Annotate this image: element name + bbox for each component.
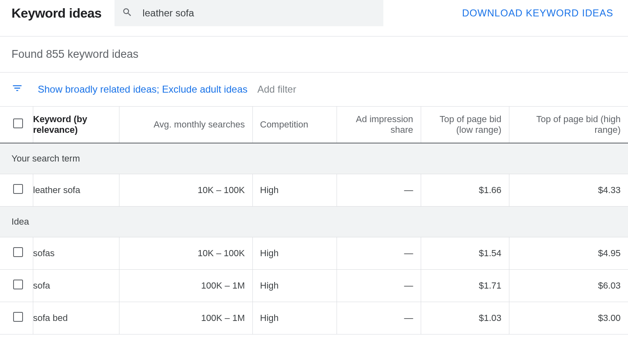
search-input[interactable]: [142, 7, 376, 19]
cell-competition: High: [252, 174, 337, 207]
cell-keyword: sofa: [33, 270, 119, 302]
column-header-bid-low[interactable]: Top of page bid (low range): [421, 107, 509, 143]
cell-impression-share: —: [337, 237, 421, 270]
search-box[interactable]: [115, 0, 383, 26]
column-header-avg-searches[interactable]: Avg. monthly searches: [119, 107, 252, 143]
add-filter-button[interactable]: Add filter: [257, 84, 296, 95]
cell-bid-high: $3.00: [509, 302, 628, 334]
table-row: sofas10K – 100KHigh—$1.54$4.95: [0, 237, 628, 270]
select-all-checkbox[interactable]: [13, 118, 23, 128]
cell-avg-searches: 10K – 100K: [119, 237, 252, 270]
table-row: leather sofa10K – 100KHigh—$1.66$4.33: [0, 174, 628, 207]
results-count: Found 855 keyword ideas: [0, 36, 628, 72]
search-icon: [122, 7, 133, 19]
cell-competition: High: [252, 302, 337, 334]
download-keyword-ideas-button[interactable]: DOWNLOAD KEYWORD IDEAS: [462, 7, 617, 19]
cell-bid-high: $4.33: [509, 174, 628, 207]
table-header-row: Keyword (by relevance) Avg. monthly sear…: [0, 107, 628, 143]
column-header-impression-share[interactable]: Ad impression share: [337, 107, 421, 143]
header-bar: Keyword ideas DOWNLOAD KEYWORD IDEAS: [0, 0, 628, 26]
table-row: sofa100K – 1MHigh—$1.71$6.03: [0, 270, 628, 302]
cell-keyword: leather sofa: [33, 174, 119, 207]
cell-checkbox: [0, 302, 33, 334]
section-label: Idea: [0, 207, 628, 237]
cell-impression-share: —: [337, 174, 421, 207]
cell-avg-searches: 100K – 1M: [119, 302, 252, 334]
filter-bar: Show broadly related ideas; Exclude adul…: [0, 72, 628, 107]
cell-bid-low: $1.66: [421, 174, 509, 207]
cell-impression-share: —: [337, 270, 421, 302]
column-header-bid-high[interactable]: Top of page bid (high range): [509, 107, 628, 143]
row-checkbox[interactable]: [13, 247, 23, 257]
column-header-competition[interactable]: Competition: [252, 107, 337, 143]
cell-checkbox: [0, 237, 33, 270]
cell-bid-low: $1.54: [421, 237, 509, 270]
column-header-checkbox: [0, 107, 33, 143]
table-section-header: Your search term: [0, 143, 628, 174]
cell-competition: High: [252, 237, 337, 270]
cell-keyword: sofa bed: [33, 302, 119, 334]
cell-bid-high: $6.03: [509, 270, 628, 302]
table-row: sofa bed100K – 1MHigh—$1.03$3.00: [0, 302, 628, 334]
cell-bid-low: $1.03: [421, 302, 509, 334]
column-header-keyword[interactable]: Keyword (by relevance): [33, 107, 119, 143]
cell-impression-share: —: [337, 302, 421, 334]
cell-bid-high: $4.95: [509, 237, 628, 270]
applied-filters-link[interactable]: Show broadly related ideas; Exclude adul…: [38, 84, 248, 95]
section-label: Your search term: [0, 143, 628, 174]
cell-checkbox: [0, 174, 33, 207]
cell-keyword: sofas: [33, 237, 119, 270]
table-section-header: Idea: [0, 207, 628, 237]
row-checkbox[interactable]: [13, 184, 23, 194]
cell-bid-low: $1.71: [421, 270, 509, 302]
row-checkbox[interactable]: [13, 280, 23, 289]
page-title: Keyword ideas: [11, 6, 101, 21]
cell-avg-searches: 10K – 100K: [119, 174, 252, 207]
cell-avg-searches: 100K – 1M: [119, 270, 252, 302]
cell-competition: High: [252, 270, 337, 302]
keyword-ideas-table: Keyword (by relevance) Avg. monthly sear…: [0, 107, 628, 334]
cell-checkbox: [0, 270, 33, 302]
row-checkbox[interactable]: [13, 312, 23, 322]
filter-icon[interactable]: [11, 82, 23, 96]
